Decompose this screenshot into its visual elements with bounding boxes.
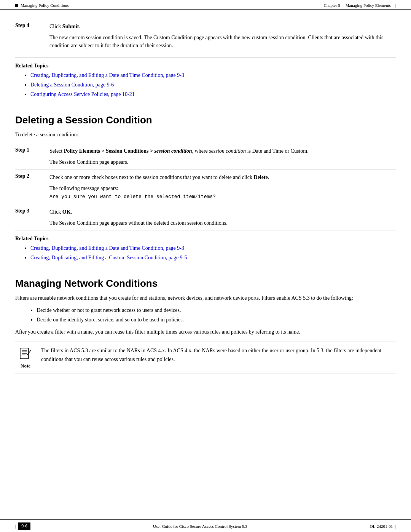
- step3-suffix: .: [71, 209, 72, 215]
- step1-suffix: is Date and Time or Custom.: [246, 148, 309, 154]
- step3-bold: OK: [62, 209, 71, 215]
- footer-pipe-left: |: [15, 524, 16, 529]
- step4-prefix: Click: [49, 24, 62, 29]
- footer-pipe-right: |: [395, 524, 396, 529]
- note-label: Note: [21, 363, 30, 369]
- step1-prefix: Select: [49, 148, 64, 154]
- step2-suffix: .: [268, 174, 269, 180]
- network-bullets: Decide whether or not to grant network a…: [15, 306, 396, 324]
- step1-mid: , where: [192, 148, 209, 154]
- step3-content: Click OK.: [49, 208, 396, 216]
- header-left: Managing Policy Conditions: [15, 3, 69, 8]
- header-title: Managing Policy Elements: [346, 3, 391, 8]
- related-topic-1-link-2[interactable]: Deleting a Session Condition, page 9-6: [30, 82, 114, 88]
- step1-bold1: Policy Elements > Session Conditions > s…: [64, 148, 192, 154]
- network-para1: Filters are reusable network conditions …: [15, 294, 396, 302]
- footer-center: User Guide for Cisco Secure Access Contr…: [30, 524, 370, 529]
- deleting-section-heading: Deleting a Session Condition: [15, 114, 396, 126]
- network-bullet-2: Decide on the identity store, service, a…: [37, 316, 396, 324]
- network-para2: After you create a filter with a name, y…: [15, 328, 396, 336]
- main-content: Step 4 Click Submit. The new custom sess…: [0, 10, 411, 374]
- related-topic-1-item-3: Configuring Access Service Policies, pag…: [30, 90, 396, 98]
- related-topic-2-item-2: Creating, Duplicating, and Editing a Cus…: [30, 254, 396, 262]
- related-topics-1-title: Related Topics: [15, 63, 396, 69]
- deleting-intro: To delete a session condition:: [15, 131, 396, 139]
- related-topic-1-item-1: Creating, Duplicating, and Editing a Dat…: [30, 71, 396, 79]
- step3-followup: The Session Condition page appears witho…: [49, 217, 396, 230]
- note-icon-area: Note: [15, 347, 36, 369]
- related-topics-1: Related Topics Creating, Duplicating, an…: [15, 57, 396, 105]
- deleting-steps: Step 1 Select Policy Elements > Session …: [15, 143, 396, 230]
- note-box: Note The filters in ACS 5.3 are similar …: [15, 342, 396, 374]
- step4-bold: Submit: [62, 24, 79, 29]
- step2-prefix: Check one or more check boxes next to th…: [49, 174, 254, 180]
- header-right: Chapter 9 Managing Policy Elements |: [324, 3, 396, 8]
- step1-followup: The Session Condition page appears.: [49, 157, 396, 169]
- step2-content: Check one or more check boxes next to th…: [49, 173, 396, 181]
- related-topics-2: Related Topics Creating, Duplicating, an…: [15, 230, 396, 268]
- step4-label: Step 4: [15, 22, 49, 29]
- step4-row: Step 4 Click Submit.: [15, 19, 396, 32]
- step2-bold: Delete: [254, 174, 268, 180]
- note-pencil-icon: [19, 347, 32, 362]
- header-square-icon: [15, 4, 18, 7]
- step4-followup: The new custom session condition is save…: [49, 32, 396, 53]
- step2-followup-prefix: The following message appears:: [49, 185, 118, 191]
- step1-row: Step 1 Select Policy Elements > Session …: [15, 143, 396, 157]
- step4-suffix: .: [79, 24, 80, 29]
- page-footer: | 9-6 User Guide for Cisco Secure Access…: [0, 519, 411, 532]
- header-chapter: Chapter 9: [324, 3, 340, 8]
- step3-label: Step 3: [15, 208, 49, 214]
- related-topics-2-list: Creating, Duplicating, and Editing a Dat…: [15, 244, 396, 262]
- step2-label: Step 2: [15, 173, 49, 179]
- svg-line-5: [28, 350, 31, 354]
- step2-followup: The following message appears: Are you s…: [49, 183, 396, 204]
- step2-row: Step 2 Check one or more check boxes nex…: [15, 169, 396, 183]
- network-section-heading: Managing Network Conditions: [15, 278, 396, 289]
- related-topic-2-item-1: Creating, Duplicating, and Editing a Dat…: [30, 244, 396, 252]
- step3-prefix: Click: [49, 209, 62, 215]
- page-number: 9-6: [18, 522, 30, 530]
- network-bullet-1: Decide whether or not to grant network a…: [37, 306, 396, 315]
- svg-line-6: [27, 354, 28, 355]
- note-content: The filters in ACS 5.3 are similar to th…: [41, 347, 396, 364]
- footer-doc-number: OL-24201-01: [370, 524, 393, 529]
- related-topic-1-link-3[interactable]: Configuring Access Service Policies, pag…: [30, 91, 135, 97]
- step4-section: Step 4 Click Submit. The new custom sess…: [15, 10, 396, 57]
- header-subheader: Managing Policy Conditions: [21, 3, 69, 8]
- footer-right: OL-24201-01 |: [370, 524, 396, 529]
- related-topic-1-item-2: Deleting a Session Condition, page 9-6: [30, 81, 396, 89]
- related-topics-1-list: Creating, Duplicating, and Editing a Dat…: [15, 71, 396, 98]
- related-topic-2-link-2[interactable]: Creating, Duplicating, and Editing a Cus…: [30, 255, 187, 260]
- page-header: Managing Policy Conditions Chapter 9 Man…: [0, 0, 411, 10]
- step1-content: Select Policy Elements > Session Conditi…: [49, 147, 396, 155]
- step3-row: Step 3 Click OK.: [15, 204, 396, 217]
- step4-content: Click Submit.: [49, 22, 396, 30]
- related-topics-2-title: Related Topics: [15, 236, 396, 242]
- step2-followup-code: Are you sure you want to delete the sele…: [49, 194, 216, 200]
- related-topic-2-link-1[interactable]: Creating, Duplicating, and Editing a Dat…: [30, 245, 184, 251]
- related-topic-1-link-1[interactable]: Creating, Duplicating, and Editing a Dat…: [30, 72, 184, 78]
- step1-italic2: session condition: [209, 148, 246, 154]
- footer-left: | 9-6: [15, 522, 30, 530]
- header-pipe: |: [395, 3, 396, 8]
- step1-label: Step 1: [15, 147, 49, 153]
